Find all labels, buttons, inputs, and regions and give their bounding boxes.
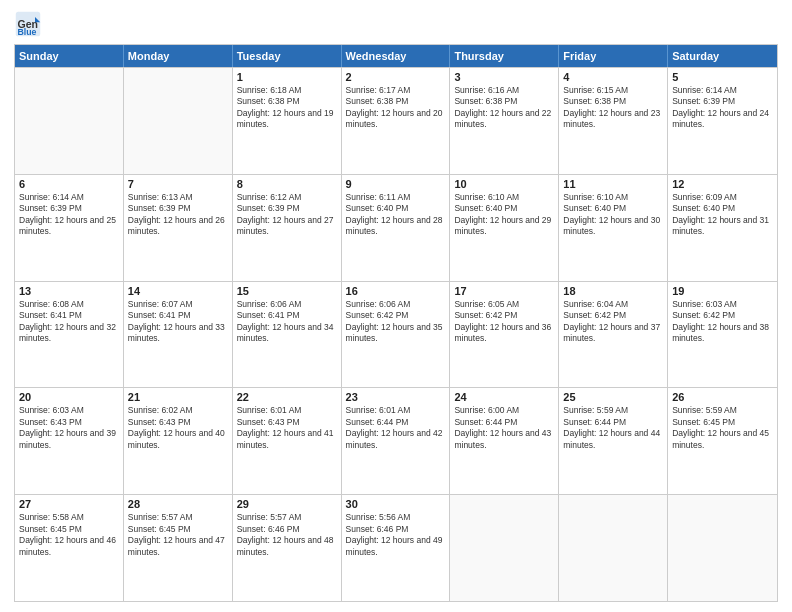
calendar-day-empty [559, 495, 668, 601]
day-info: Sunrise: 6:17 AMSunset: 6:38 PMDaylight:… [346, 85, 446, 131]
calendar-day-19: 19Sunrise: 6:03 AMSunset: 6:42 PMDayligh… [668, 282, 777, 388]
day-number: 21 [128, 391, 228, 403]
calendar-day-1: 1Sunrise: 6:18 AMSunset: 6:38 PMDaylight… [233, 68, 342, 174]
day-number: 29 [237, 498, 337, 510]
day-info: Sunrise: 6:10 AMSunset: 6:40 PMDaylight:… [563, 192, 663, 238]
calendar-day-empty [450, 495, 559, 601]
day-number: 19 [672, 285, 773, 297]
calendar-body: 1Sunrise: 6:18 AMSunset: 6:38 PMDaylight… [15, 67, 777, 601]
day-number: 28 [128, 498, 228, 510]
day-number: 8 [237, 178, 337, 190]
day-header-saturday: Saturday [668, 45, 777, 67]
day-number: 6 [19, 178, 119, 190]
calendar-week-5: 27Sunrise: 5:58 AMSunset: 6:45 PMDayligh… [15, 494, 777, 601]
calendar-day-empty [15, 68, 124, 174]
day-info: Sunrise: 6:03 AMSunset: 6:42 PMDaylight:… [672, 299, 773, 345]
day-number: 2 [346, 71, 446, 83]
page-header: Gen Blue [14, 10, 778, 38]
calendar-day-empty [668, 495, 777, 601]
calendar-day-12: 12Sunrise: 6:09 AMSunset: 6:40 PMDayligh… [668, 175, 777, 281]
calendar-day-20: 20Sunrise: 6:03 AMSunset: 6:43 PMDayligh… [15, 388, 124, 494]
day-info: Sunrise: 6:07 AMSunset: 6:41 PMDaylight:… [128, 299, 228, 345]
calendar-day-27: 27Sunrise: 5:58 AMSunset: 6:45 PMDayligh… [15, 495, 124, 601]
day-number: 25 [563, 391, 663, 403]
calendar-day-10: 10Sunrise: 6:10 AMSunset: 6:40 PMDayligh… [450, 175, 559, 281]
day-number: 10 [454, 178, 554, 190]
day-header-tuesday: Tuesday [233, 45, 342, 67]
calendar-day-8: 8Sunrise: 6:12 AMSunset: 6:39 PMDaylight… [233, 175, 342, 281]
day-info: Sunrise: 6:10 AMSunset: 6:40 PMDaylight:… [454, 192, 554, 238]
calendar-day-11: 11Sunrise: 6:10 AMSunset: 6:40 PMDayligh… [559, 175, 668, 281]
day-number: 15 [237, 285, 337, 297]
day-info: Sunrise: 6:02 AMSunset: 6:43 PMDaylight:… [128, 405, 228, 451]
day-number: 3 [454, 71, 554, 83]
day-info: Sunrise: 6:06 AMSunset: 6:42 PMDaylight:… [346, 299, 446, 345]
day-number: 20 [19, 391, 119, 403]
day-info: Sunrise: 6:14 AMSunset: 6:39 PMDaylight:… [672, 85, 773, 131]
calendar-day-29: 29Sunrise: 5:57 AMSunset: 6:46 PMDayligh… [233, 495, 342, 601]
day-info: Sunrise: 6:01 AMSunset: 6:44 PMDaylight:… [346, 405, 446, 451]
day-number: 12 [672, 178, 773, 190]
day-number: 14 [128, 285, 228, 297]
day-number: 23 [346, 391, 446, 403]
calendar-day-6: 6Sunrise: 6:14 AMSunset: 6:39 PMDaylight… [15, 175, 124, 281]
day-info: Sunrise: 6:08 AMSunset: 6:41 PMDaylight:… [19, 299, 119, 345]
day-number: 11 [563, 178, 663, 190]
day-info: Sunrise: 6:14 AMSunset: 6:39 PMDaylight:… [19, 192, 119, 238]
day-number: 4 [563, 71, 663, 83]
day-info: Sunrise: 6:01 AMSunset: 6:43 PMDaylight:… [237, 405, 337, 451]
calendar-day-5: 5Sunrise: 6:14 AMSunset: 6:39 PMDaylight… [668, 68, 777, 174]
day-info: Sunrise: 5:57 AMSunset: 6:46 PMDaylight:… [237, 512, 337, 558]
calendar-day-7: 7Sunrise: 6:13 AMSunset: 6:39 PMDaylight… [124, 175, 233, 281]
day-info: Sunrise: 6:16 AMSunset: 6:38 PMDaylight:… [454, 85, 554, 131]
calendar-week-2: 6Sunrise: 6:14 AMSunset: 6:39 PMDaylight… [15, 174, 777, 281]
calendar-day-26: 26Sunrise: 5:59 AMSunset: 6:45 PMDayligh… [668, 388, 777, 494]
logo-icon: Gen Blue [14, 10, 42, 38]
day-number: 5 [672, 71, 773, 83]
calendar-week-3: 13Sunrise: 6:08 AMSunset: 6:41 PMDayligh… [15, 281, 777, 388]
day-info: Sunrise: 6:05 AMSunset: 6:42 PMDaylight:… [454, 299, 554, 345]
logo: Gen Blue [14, 10, 46, 38]
day-header-sunday: Sunday [15, 45, 124, 67]
day-number: 22 [237, 391, 337, 403]
day-info: Sunrise: 5:57 AMSunset: 6:45 PMDaylight:… [128, 512, 228, 558]
day-info: Sunrise: 6:06 AMSunset: 6:41 PMDaylight:… [237, 299, 337, 345]
calendar-week-4: 20Sunrise: 6:03 AMSunset: 6:43 PMDayligh… [15, 387, 777, 494]
day-info: Sunrise: 6:18 AMSunset: 6:38 PMDaylight:… [237, 85, 337, 131]
calendar-day-23: 23Sunrise: 6:01 AMSunset: 6:44 PMDayligh… [342, 388, 451, 494]
calendar-day-18: 18Sunrise: 6:04 AMSunset: 6:42 PMDayligh… [559, 282, 668, 388]
day-info: Sunrise: 6:15 AMSunset: 6:38 PMDaylight:… [563, 85, 663, 131]
calendar-day-17: 17Sunrise: 6:05 AMSunset: 6:42 PMDayligh… [450, 282, 559, 388]
day-info: Sunrise: 6:11 AMSunset: 6:40 PMDaylight:… [346, 192, 446, 238]
day-info: Sunrise: 6:13 AMSunset: 6:39 PMDaylight:… [128, 192, 228, 238]
calendar-day-25: 25Sunrise: 5:59 AMSunset: 6:44 PMDayligh… [559, 388, 668, 494]
day-number: 26 [672, 391, 773, 403]
calendar-day-24: 24Sunrise: 6:00 AMSunset: 6:44 PMDayligh… [450, 388, 559, 494]
calendar-day-4: 4Sunrise: 6:15 AMSunset: 6:38 PMDaylight… [559, 68, 668, 174]
calendar-day-14: 14Sunrise: 6:07 AMSunset: 6:41 PMDayligh… [124, 282, 233, 388]
day-number: 18 [563, 285, 663, 297]
day-number: 1 [237, 71, 337, 83]
day-number: 30 [346, 498, 446, 510]
calendar-day-21: 21Sunrise: 6:02 AMSunset: 6:43 PMDayligh… [124, 388, 233, 494]
day-number: 13 [19, 285, 119, 297]
calendar-day-30: 30Sunrise: 5:56 AMSunset: 6:46 PMDayligh… [342, 495, 451, 601]
day-header-monday: Monday [124, 45, 233, 67]
calendar-day-2: 2Sunrise: 6:17 AMSunset: 6:38 PMDaylight… [342, 68, 451, 174]
day-number: 16 [346, 285, 446, 297]
calendar-week-1: 1Sunrise: 6:18 AMSunset: 6:38 PMDaylight… [15, 67, 777, 174]
calendar-day-3: 3Sunrise: 6:16 AMSunset: 6:38 PMDaylight… [450, 68, 559, 174]
calendar-day-empty [124, 68, 233, 174]
day-info: Sunrise: 5:59 AMSunset: 6:44 PMDaylight:… [563, 405, 663, 451]
day-info: Sunrise: 6:12 AMSunset: 6:39 PMDaylight:… [237, 192, 337, 238]
calendar-day-9: 9Sunrise: 6:11 AMSunset: 6:40 PMDaylight… [342, 175, 451, 281]
day-info: Sunrise: 6:09 AMSunset: 6:40 PMDaylight:… [672, 192, 773, 238]
day-number: 27 [19, 498, 119, 510]
day-info: Sunrise: 6:04 AMSunset: 6:42 PMDaylight:… [563, 299, 663, 345]
calendar-day-13: 13Sunrise: 6:08 AMSunset: 6:41 PMDayligh… [15, 282, 124, 388]
calendar-header-row: SundayMondayTuesdayWednesdayThursdayFrid… [15, 45, 777, 67]
calendar-day-16: 16Sunrise: 6:06 AMSunset: 6:42 PMDayligh… [342, 282, 451, 388]
day-header-thursday: Thursday [450, 45, 559, 67]
day-number: 17 [454, 285, 554, 297]
calendar-day-28: 28Sunrise: 5:57 AMSunset: 6:45 PMDayligh… [124, 495, 233, 601]
